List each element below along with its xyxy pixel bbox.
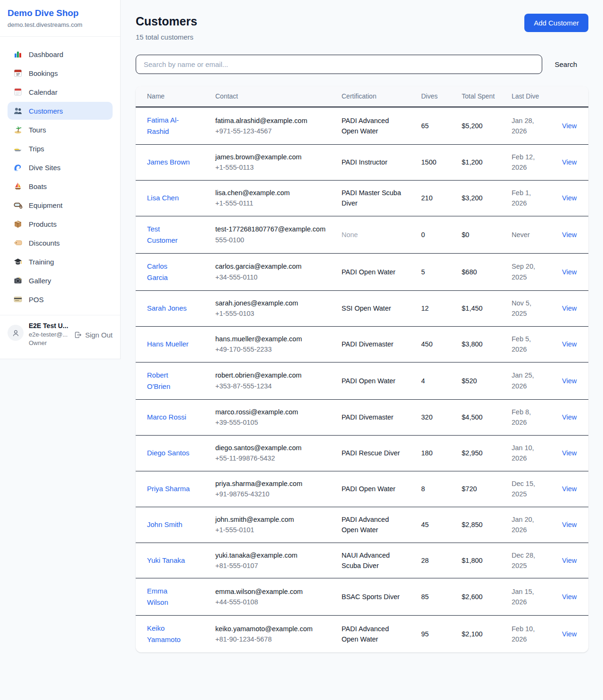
customer-actions-cell: View [551, 616, 588, 653]
svg-text:17: 17 [16, 73, 20, 76]
sidebar-item-dashboard[interactable]: Dashboard [8, 45, 113, 63]
customer-name-link[interactable]: James Brown [147, 158, 190, 166]
customer-certification: PADI Divemaster [330, 326, 410, 362]
customer-name-link[interactable]: Yuki Tanaka [147, 556, 185, 564]
sign-out-icon [74, 331, 82, 339]
customer-last-dive: Sep 20, 2025 [500, 253, 551, 290]
customer-name-link[interactable]: Carlos Garcia [147, 262, 168, 281]
customer-contact-cell: fatima.alrashid@example.com+971-55-123-4… [204, 107, 330, 145]
customer-email: john.smith@example.com [215, 514, 326, 525]
customer-name-link[interactable]: Sarah Jones [147, 304, 187, 312]
sign-out-button[interactable]: Sign Out [74, 331, 113, 339]
view-link[interactable]: View [562, 377, 577, 385]
sidebar-item-discounts[interactable]: Discounts [8, 234, 113, 252]
sidebar-item-equipment[interactable]: Equipment [8, 196, 113, 214]
customer-name-link[interactable]: Robert O'Brien [147, 371, 171, 390]
customer-contact-cell: priya.sharma@example.com+91-98765-43210 [204, 471, 330, 507]
sidebar-item-dive-sites[interactable]: Dive Sites [8, 158, 113, 176]
customer-name-link[interactable]: Hans Mueller [147, 340, 188, 348]
brand-domain: demo.test.divestreams.com [8, 21, 113, 28]
sidebar-item-products[interactable]: Products [8, 215, 113, 233]
customer-total-spent: $5,200 [450, 107, 500, 145]
sidebar-item-boats[interactable]: Boats [8, 177, 113, 195]
camera-icon [13, 276, 23, 285]
view-link[interactable]: View [562, 593, 577, 601]
customer-certification: BSAC Sports Diver [330, 578, 410, 616]
view-link[interactable]: View [562, 158, 577, 166]
customer-name-cell: Emma Wilson [136, 578, 204, 616]
customer-name-link[interactable]: Lisa Chen [147, 194, 179, 202]
view-link[interactable]: View [562, 630, 577, 638]
customer-name-link[interactable]: Diego Santos [147, 449, 189, 457]
customer-name-link[interactable]: Priya Sharma [147, 485, 190, 493]
customer-dives: 180 [410, 435, 450, 471]
sidebar-item-tours[interactable]: Tours [8, 121, 113, 139]
customer-dives: 5 [410, 253, 450, 290]
customer-phone: +81-90-1234-5678 [215, 634, 326, 644]
customer-total-spent: $1,200 [450, 145, 500, 181]
view-link[interactable]: View [562, 268, 577, 276]
sidebar-item-label: Products [29, 220, 57, 228]
search-button[interactable]: Search [542, 60, 588, 68]
sidebar-item-label: Equipment [29, 201, 63, 209]
search-input[interactable] [136, 55, 542, 74]
customer-phone: +44-555-0108 [215, 597, 326, 607]
customer-name-link[interactable]: Keiko Yamamoto [147, 624, 180, 643]
customer-actions-cell: View [551, 578, 588, 616]
view-link[interactable]: View [562, 122, 577, 130]
customer-email: yuki.tanaka@example.com [215, 550, 326, 560]
table-row: Sarah Jonessarah.jones@example.com+1-555… [136, 290, 588, 326]
customer-email: hans.mueller@example.com [215, 334, 326, 344]
sidebar-item-pos[interactable]: POS [8, 290, 113, 308]
view-link[interactable]: View [562, 485, 577, 493]
customer-name-link[interactable]: John Smith [147, 520, 182, 528]
customer-certification: None [330, 216, 410, 253]
view-link[interactable]: View [562, 557, 577, 564]
customer-last-dive: Feb 1, 2026 [500, 180, 551, 216]
view-link[interactable]: View [562, 305, 577, 312]
customer-certification: PADI Rescue Diver [330, 435, 410, 471]
view-link[interactable]: View [562, 521, 577, 528]
customer-name-cell: Hans Mueller [136, 326, 204, 362]
main-content: Customers 15 total customers Add Custome… [121, 0, 603, 666]
customer-name-cell: Test Customer [136, 216, 204, 253]
dive-mask-icon [13, 200, 23, 210]
customer-contact-cell: carlos.garcia@example.com+34-555-0110 [204, 253, 330, 290]
sailboat-icon [13, 181, 23, 191]
customer-name-link[interactable]: Fatima Al-Rashid [147, 116, 179, 135]
sidebar-item-label: Training [29, 258, 54, 266]
sidebar-item-bookings[interactable]: 17Bookings [8, 64, 113, 82]
customer-phone: +971-55-123-4567 [215, 126, 326, 136]
customer-name-link[interactable]: Marco Rossi [147, 413, 186, 421]
sidebar-item-calendar[interactable]: Calendar [8, 83, 113, 101]
customer-certification: PADI Open Water [330, 362, 410, 399]
sidebar-item-gallery[interactable]: Gallery [8, 272, 113, 289]
sidebar-item-training[interactable]: Training [8, 253, 113, 271]
sidebar-item-customers[interactable]: Customers [8, 102, 113, 120]
customer-name-link[interactable]: Test Customer [147, 225, 178, 244]
customer-contact-cell: sarah.jones@example.com+1-555-0103 [204, 290, 330, 326]
bar-chart-icon [13, 49, 23, 59]
customer-dives: 210 [410, 180, 450, 216]
customer-dives: 45 [410, 507, 450, 543]
view-link[interactable]: View [562, 340, 577, 348]
user-role: Owner [29, 339, 69, 346]
sidebar-item-label: Boats [29, 182, 47, 190]
customer-name-cell: Lisa Chen [136, 180, 204, 216]
view-link[interactable]: View [562, 194, 577, 202]
customers-table-card: Name Contact Certification Dives Total S… [136, 86, 588, 652]
view-link[interactable]: View [562, 231, 577, 239]
customer-dives: 0 [410, 216, 450, 253]
customer-dives: 320 [410, 399, 450, 435]
customer-name-link[interactable]: Emma Wilson [147, 587, 168, 606]
sidebar-item-trips[interactable]: Trips [8, 140, 113, 157]
add-customer-button[interactable]: Add Customer [524, 14, 588, 32]
table-row: Diego Santosdiego.santos@example.com+55-… [136, 435, 588, 471]
customer-contact-cell: john.smith@example.com+1-555-0101 [204, 507, 330, 543]
customer-email: keiko.yamamoto@example.com [215, 624, 326, 634]
view-link[interactable]: View [562, 413, 577, 421]
customer-dives: 450 [410, 326, 450, 362]
table-row: Marco Rossimarco.rossi@example.com+39-55… [136, 399, 588, 435]
customer-contact-cell: test-1772681807767@example.com555-0100 [204, 216, 330, 253]
view-link[interactable]: View [562, 449, 577, 457]
